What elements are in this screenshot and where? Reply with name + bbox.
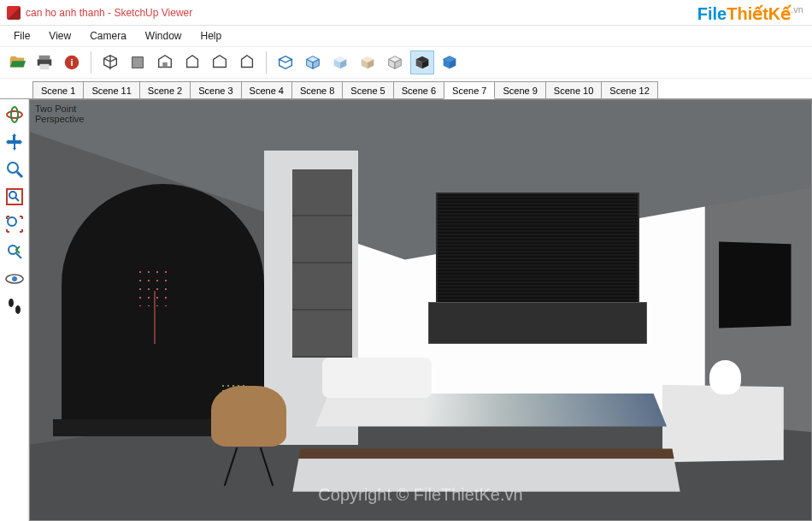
workspace: Two Point Perspective (0, 99, 812, 521)
svg-point-17 (15, 305, 21, 314)
look-around-tool[interactable] (3, 267, 26, 291)
title-bar: can ho anh thanh - SketchUp Viewer FileT… (0, 0, 812, 26)
menu-bar: File View Camera Window Help (0, 26, 812, 46)
orbit-tool[interactable] (3, 103, 26, 127)
window-title: can ho anh thanh - SketchUp Viewer (26, 7, 192, 19)
svg-point-12 (8, 217, 16, 226)
side-toolbar (0, 99, 29, 521)
scene-tab[interactable]: Scene 5 (342, 81, 393, 98)
scene-tab[interactable]: Scene 11 (83, 81, 139, 98)
zoom-window-tool[interactable] (3, 185, 26, 209)
view-left-button[interactable] (235, 50, 259, 74)
svg-rect-2 (40, 64, 50, 69)
zoom-extents-tool[interactable] (3, 212, 26, 236)
style-back-edges-button[interactable] (438, 50, 462, 74)
style-shaded-button[interactable] (328, 50, 352, 74)
scene-tab[interactable]: Scene 12 (601, 81, 657, 98)
scene-render (30, 100, 811, 520)
prev-view-tool[interactable] (3, 240, 26, 263)
svg-point-10 (9, 192, 16, 198)
style-shaded-tex-button[interactable] (356, 50, 380, 74)
watermark-logo: FileThiếtKế.vn (697, 3, 803, 24)
svg-text:i: i (70, 57, 73, 68)
walk-tool[interactable] (3, 294, 26, 318)
style-mono-button[interactable] (383, 50, 407, 74)
style-wireframe-button[interactable] (274, 50, 297, 74)
svg-line-8 (17, 172, 22, 177)
scene-tab[interactable]: Scene 7 (444, 81, 495, 99)
svg-point-16 (9, 299, 14, 307)
view-right-button[interactable] (180, 50, 204, 74)
print-button[interactable] (32, 50, 56, 74)
svg-line-11 (15, 198, 19, 201)
menu-camera[interactable]: Camera (81, 27, 135, 44)
scene-tab[interactable]: Scene 1 (32, 81, 84, 98)
svg-point-5 (7, 111, 22, 118)
svg-point-7 (8, 163, 18, 173)
style-xray-button[interactable] (410, 50, 434, 74)
main-toolbar: i (0, 46, 812, 79)
viewport-3d[interactable]: Two Point Perspective (29, 99, 812, 521)
scene-tab[interactable]: Scene 4 (241, 81, 292, 98)
toolbar-separator (266, 51, 267, 74)
svg-point-15 (12, 276, 17, 281)
menu-file[interactable]: File (5, 27, 38, 44)
menu-view[interactable]: View (40, 27, 79, 44)
report-button[interactable]: i (60, 50, 84, 74)
menu-help[interactable]: Help (192, 27, 231, 44)
toolbar-separator (91, 51, 91, 74)
scene-tabs: Scene 1 Scene 11 Scene 2 Scene 3 Scene 4… (0, 79, 812, 99)
style-hidden-button[interactable] (301, 50, 325, 74)
svg-point-6 (11, 107, 18, 122)
pan-tool[interactable] (3, 130, 26, 154)
scene-tab[interactable]: Scene 8 (291, 81, 343, 98)
scene-tab[interactable]: Scene 2 (139, 81, 191, 98)
scene-tab[interactable]: Scene 3 (190, 81, 241, 98)
scene-tab[interactable]: Scene 6 (393, 81, 444, 98)
menu-window[interactable]: Window (137, 27, 191, 44)
app-icon (7, 6, 21, 20)
view-iso-button[interactable] (98, 50, 122, 74)
zoom-tool[interactable] (3, 157, 26, 181)
svg-rect-0 (39, 56, 50, 60)
view-front-button[interactable] (153, 50, 177, 74)
view-back-button[interactable] (208, 50, 232, 74)
scene-tab[interactable]: Scene 9 (494, 81, 545, 98)
camera-mode-label: Two Point Perspective (35, 104, 84, 124)
scene-tab[interactable]: Scene 10 (545, 81, 602, 98)
view-top-button[interactable] (126, 50, 150, 74)
open-button[interactable] (5, 50, 29, 74)
